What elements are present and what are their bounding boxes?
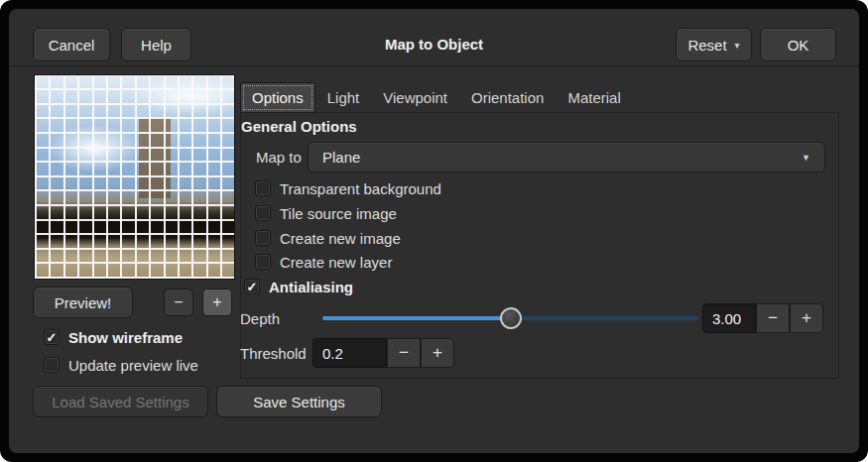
- ok-button[interactable]: OK: [760, 28, 836, 61]
- header-separator: [9, 65, 859, 66]
- checkbox-box: [255, 205, 271, 221]
- tab-orientation[interactable]: Orientation: [459, 82, 556, 113]
- checkbox-create-new-image[interactable]: Create new image: [255, 228, 401, 248]
- map-to-selected-value: Plane: [322, 149, 360, 166]
- general-options-heading: General Options: [241, 118, 357, 135]
- save-settings-button[interactable]: Save Settings: [216, 386, 382, 417]
- checkbox-tile-source-image[interactable]: Tile source image: [255, 203, 397, 223]
- checkbox-box: [44, 357, 60, 373]
- checkbox-show-wireframe[interactable]: ✓ Show wireframe: [44, 327, 183, 347]
- checkbox-label: Transparent background: [280, 180, 441, 197]
- check-icon: ✓: [247, 281, 258, 293]
- checkbox-update-preview-live[interactable]: Update preview live: [44, 355, 198, 375]
- threshold-decrement-button[interactable]: −: [387, 338, 421, 368]
- reset-button[interactable]: Reset ▾: [676, 28, 752, 61]
- checkbox-box: ✓: [44, 329, 60, 345]
- threshold-increment-button[interactable]: +: [421, 338, 454, 368]
- threshold-value-field[interactable]: 0.2: [312, 338, 387, 368]
- plus-icon: +: [802, 308, 811, 328]
- zoom-out-button[interactable]: −: [164, 289, 193, 316]
- chevron-down-icon: ▼: [802, 153, 810, 163]
- plus-icon: +: [212, 293, 221, 311]
- chevron-down-icon: ▾: [735, 40, 740, 51]
- reset-button-label: Reset: [687, 37, 726, 54]
- checkbox-label: Create new image: [280, 230, 401, 247]
- tab-bar: Options Light Viewpoint Orientation Mate…: [240, 82, 633, 113]
- preview-image: [35, 75, 234, 279]
- preview-button[interactable]: Preview!: [33, 287, 133, 318]
- depth-value-field[interactable]: 3.00: [702, 303, 756, 333]
- checkbox-label: Tile source image: [280, 205, 397, 222]
- window: Cancel Help Map to Object Reset ▾ OK Pre…: [0, 0, 868, 462]
- tab-options[interactable]: Options: [240, 82, 315, 113]
- tab-viewpoint[interactable]: Viewpoint: [371, 82, 459, 113]
- load-saved-settings-button[interactable]: Load Saved Settings: [33, 386, 208, 417]
- minus-icon: −: [399, 343, 409, 363]
- checkbox-box: [255, 254, 271, 270]
- depth-label: Depth: [240, 310, 280, 327]
- checkbox-label: Show wireframe: [68, 329, 183, 346]
- map-to-object-dialog: Cancel Help Map to Object Reset ▾ OK Pre…: [9, 9, 859, 453]
- check-icon: ✓: [47, 331, 58, 344]
- checkbox-label: Antialiasing: [269, 279, 353, 295]
- threshold-label: Threshold: [240, 345, 307, 362]
- checkbox-box: [255, 180, 271, 196]
- plus-icon: +: [433, 343, 442, 363]
- checkbox-create-new-layer[interactable]: Create new layer: [255, 252, 392, 272]
- checkbox-antialiasing[interactable]: ✓ Antialiasing: [244, 277, 353, 296]
- depth-slider-handle[interactable]: [500, 307, 522, 329]
- depth-decrement-button[interactable]: −: [756, 303, 790, 333]
- checkbox-box: [255, 230, 271, 246]
- checkbox-transparent-background[interactable]: Transparent background: [255, 178, 441, 198]
- depth-slider[interactable]: [322, 303, 698, 333]
- map-to-select[interactable]: Plane ▼: [308, 142, 825, 173]
- minus-icon: −: [768, 308, 778, 328]
- depth-increment-button[interactable]: +: [790, 303, 823, 333]
- minus-icon: −: [174, 293, 183, 311]
- depth-slider-fill: [322, 316, 511, 320]
- map-to-label: Map to: [256, 149, 302, 166]
- tab-material[interactable]: Material: [556, 82, 632, 113]
- checkbox-label: Create new layer: [280, 254, 392, 271]
- checkbox-label: Update preview live: [68, 357, 198, 374]
- tab-light[interactable]: Light: [315, 82, 372, 113]
- zoom-in-button[interactable]: +: [202, 289, 232, 316]
- checkbox-box: ✓: [244, 279, 260, 294]
